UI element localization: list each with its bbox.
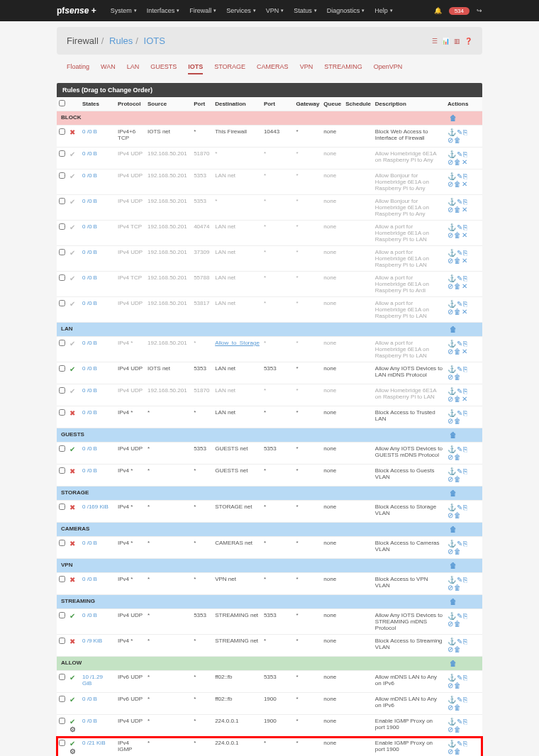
nav-help[interactable]: Help [374,7,393,14]
copy-icon[interactable]: ⎘ [463,504,467,511]
copy-icon[interactable]: ⎘ [463,576,467,584]
rule-row[interactable]: ✖0 /0 BIPv4 ***CAMERAS net**noneBlock Ac… [57,537,482,559]
states-link[interactable]: 0 /0 B [82,409,97,416]
help-icon[interactable]: ❓ [465,38,472,45]
rule-row[interactable]: ✔0 /0 BIPv4 UDP192.168.50.20153817LAN ne… [57,297,482,323]
states-link[interactable]: 0 /0 B [82,223,97,230]
row-checkbox[interactable] [59,540,65,546]
tab-cameras[interactable]: CAMERAS [257,60,289,74]
states-link[interactable]: 0 /21 KiB [82,740,105,746]
disable-icon[interactable]: ⊘ [448,231,453,239]
edit-icon[interactable]: ✎ [457,300,462,308]
states-link[interactable]: 0 /0 B [82,445,97,452]
edit-icon[interactable]: ✎ [457,198,462,206]
disable-icon[interactable]: ⊘ [448,475,453,483]
delete-icon[interactable]: 🗑 [454,475,461,483]
anchor-icon[interactable]: ⚓ [448,576,456,584]
disable-icon[interactable]: ⊘ [448,373,453,381]
copy-icon[interactable]: ⎘ [463,300,467,308]
delete-section-icon[interactable]: 🗑 [450,431,457,439]
disable-icon[interactable]: ⊘ [448,682,453,689]
states-link[interactable]: 0 /0 B [82,128,97,135]
close-icon[interactable]: ✕ [462,348,467,355]
row-checkbox[interactable] [59,696,65,702]
disable-icon[interactable]: ⊘ [448,511,453,519]
select-all-checkbox[interactable] [59,100,65,106]
states-link[interactable]: 10 /1.29 GiB [82,674,103,686]
rule-row[interactable]: ✔0 /0 BIPv4 UDP192.168.50.2015353***none… [57,195,482,221]
row-checkbox[interactable] [59,340,65,346]
copy-icon[interactable]: ⎘ [463,612,467,620]
tab-vpn[interactable]: VPN [300,60,313,74]
edit-icon[interactable]: ✎ [457,638,462,645]
delete-section-icon[interactable]: 🗑 [450,660,457,667]
tab-streaming[interactable]: STREAMING [324,60,362,74]
close-icon[interactable]: ✕ [462,180,467,188]
nav-firewall[interactable]: Firewall [189,7,216,14]
copy-icon[interactable]: ⎘ [463,674,467,682]
delete-section-icon[interactable]: 🗑 [450,114,457,122]
bar-chart-icon[interactable]: 📊 [442,38,450,45]
disable-icon[interactable]: ⊘ [448,620,453,628]
alert-count-badge[interactable]: 534 [449,7,469,15]
row-checkbox[interactable] [59,612,65,618]
delete-icon[interactable]: 🗑 [454,453,461,461]
copy-icon[interactable]: ⎘ [463,172,467,180]
anchor-icon[interactable]: ⚓ [448,172,456,180]
states-link[interactable]: 0 /0 B [82,172,97,179]
copy-icon[interactable]: ⎘ [463,274,467,282]
row-checkbox[interactable] [59,445,65,452]
disable-icon[interactable]: ⊘ [448,180,453,188]
rule-row[interactable]: ✔0 /0 BIPv4 UDP192.168.50.20151870***non… [57,148,482,169]
edit-icon[interactable]: ✎ [457,128,462,136]
edit-icon[interactable]: ✎ [457,150,462,158]
delete-icon[interactable]: 🗑 [454,547,461,555]
disable-icon[interactable]: ⊘ [448,348,453,355]
states-link[interactable]: 0 /0 B [82,249,97,255]
row-checkbox[interactable] [59,249,65,255]
row-checkbox[interactable] [59,638,65,644]
anchor-icon[interactable]: ⚓ [448,718,456,726]
rule-row[interactable]: ✔0 /0 BIPv4 UDP192.168.50.2015353LAN net… [57,169,482,195]
nav-status[interactable]: Status [294,7,317,14]
states-link[interactable]: 0 /0 B [82,274,97,281]
rule-row[interactable]: ✔0 /0 BIPv6 UDP**ff02::fb1900*noneAllow … [57,693,482,715]
disable-icon[interactable]: ⊘ [448,136,453,144]
anchor-icon[interactable]: ⚓ [448,740,456,747]
rule-row[interactable]: ✔0 /0 BIPv4 *192.168.50.201*Allow_to_Sto… [57,337,482,362]
edit-icon[interactable]: ✎ [457,223,462,231]
copy-icon[interactable]: ⎘ [463,445,467,453]
tab-wan[interactable]: WAN [101,60,116,74]
disable-icon[interactable]: ⊘ [448,645,453,653]
edit-icon[interactable]: ✎ [457,249,462,257]
anchor-icon[interactable]: ⚓ [448,504,456,511]
tab-storage[interactable]: STORAGE [214,60,245,74]
delete-icon[interactable]: 🗑 [454,136,461,144]
edit-icon[interactable]: ✎ [457,467,462,475]
copy-icon[interactable]: ⎘ [463,150,467,158]
delete-icon[interactable]: 🗑 [454,511,461,519]
rule-row[interactable]: ✔0 /0 BIPv4 UDP*5353STREAMING net5353*no… [57,609,482,635]
delete-icon[interactable]: 🗑 [454,395,461,403]
delete-icon[interactable]: 🗑 [454,620,461,628]
states-link[interactable]: 0 /0 B [82,300,97,306]
anchor-icon[interactable]: ⚓ [448,274,456,282]
disable-icon[interactable]: ⊘ [448,726,453,733]
edit-icon[interactable]: ✎ [457,387,462,395]
anchor-icon[interactable]: ⚓ [448,638,456,645]
delete-icon[interactable]: 🗑 [454,645,461,653]
delete-icon[interactable]: 🗑 [454,180,461,188]
disable-icon[interactable]: ⊘ [448,747,453,755]
edit-icon[interactable]: ✎ [457,576,462,584]
anchor-icon[interactable]: ⚓ [448,612,456,620]
anchor-icon[interactable]: ⚓ [448,696,456,704]
delete-icon[interactable]: 🗑 [454,682,461,689]
states-link[interactable]: 0 /0 B [82,467,97,474]
rule-row[interactable]: ✔⚙0 /0 BIPv4 UDP**224.0.0.11900*noneEnab… [57,715,482,737]
rule-row[interactable]: ✔0 /0 BIPv4 UDP192.168.50.20151870LAN ne… [57,384,482,406]
edit-icon[interactable]: ✎ [457,409,462,417]
nav-interfaces[interactable]: Interfaces [147,7,180,14]
tab-guests[interactable]: GUESTS [150,60,177,74]
copy-icon[interactable]: ⎘ [463,223,467,231]
nav-services[interactable]: Services [226,7,256,14]
